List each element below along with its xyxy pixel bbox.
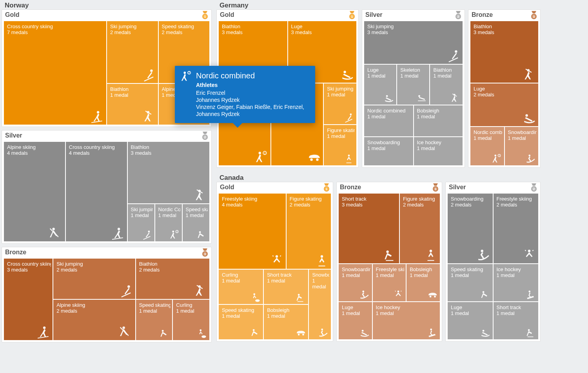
tile-medals: 2 medals (56, 308, 133, 314)
tile[interactable]: Speed skating1 medal (136, 299, 173, 340)
tile[interactable]: Snowboarding1 medal (505, 127, 539, 166)
tile[interactable]: Biathlon2 medals (136, 258, 210, 299)
tile[interactable]: Bobsleigh1 medal (263, 304, 309, 340)
norway-silver[interactable]: Silver Alpine skiing4 medals Cross count… (2, 130, 212, 244)
tile-medals: 1 medal (222, 313, 261, 319)
short-track-icon (296, 292, 306, 302)
tile-medals: 1 medal (186, 212, 208, 218)
norway-bronze[interactable]: Bronze Cross country skiing3 medals Ski … (2, 247, 212, 342)
biathlon-icon (194, 284, 207, 297)
tile-sport: Bobsleigh (267, 307, 307, 313)
tile[interactable]: Short track3 medals (338, 193, 399, 264)
tile-sport: Snowboarding (342, 266, 370, 272)
tile[interactable]: Nordic combined1 medal (470, 127, 505, 166)
bobsleigh-icon (296, 328, 306, 338)
tile-sport: Nordic Comb. (158, 206, 180, 212)
ski-jumping-icon (344, 112, 354, 123)
tile-sport: Short track (267, 272, 307, 278)
tile[interactable]: Freestyle skiing4 medals (218, 193, 286, 269)
tile[interactable]: Snowboarding1 medal (309, 269, 331, 340)
tile-medals: 1 medal (451, 272, 491, 278)
bronze-medal-icon (432, 183, 439, 192)
tile-sport: Snowboarding (451, 196, 491, 202)
tile[interactable]: Cross country skiing3 medals (4, 258, 53, 340)
tile-sport: Ice hockey (417, 139, 461, 145)
medal-label: Silver (5, 132, 22, 139)
tile[interactable]: Biathlon3 medals (127, 141, 210, 204)
tile[interactable]: Biathlon1 medal (107, 83, 158, 125)
biathlon-icon (194, 188, 207, 202)
tile[interactable]: Freestyle skiing1 medal (372, 264, 407, 302)
tile-sport: Speed skating (222, 307, 261, 313)
tile[interactable]: Biathlon3 medals (470, 21, 539, 83)
tile-medals: 3 medals (474, 29, 537, 35)
tile-medals: 7 medals (7, 29, 105, 35)
canada-silver[interactable]: Silver Snowboarding2 medals Freestyle sk… (445, 182, 541, 342)
tile[interactable]: Snowboarding2 medals (447, 193, 493, 264)
tile-sport: Snowboarding (367, 139, 412, 145)
tile[interactable]: Ice hockey1 medal (414, 137, 463, 166)
luge-icon (480, 328, 490, 338)
tile-medals: 2 medals (403, 202, 438, 208)
tile[interactable]: Luge2 medals (470, 83, 539, 127)
tile[interactable]: Ice hockey1 medal (372, 302, 440, 340)
tile[interactable]: Luge1 medal (364, 64, 397, 105)
tile-medals: 1 medal (312, 278, 329, 290)
medal-label: Gold (5, 11, 19, 18)
tile[interactable]: Skeleton1 medal (397, 64, 430, 105)
germany-silver[interactable]: Silver Ski jumping3 medals Luge1 medal S… (362, 9, 465, 168)
tile[interactable]: Ski jumping2 medals (107, 21, 158, 83)
tile-medals: 1 medal (417, 114, 461, 120)
tile[interactable]: Ski jumping1 medal (323, 83, 357, 124)
tile-sport: Speed skating (139, 302, 171, 308)
ice-hockey-icon (427, 328, 437, 338)
tile[interactable]: Figure skating2 medals (286, 193, 331, 269)
tile[interactable]: Alpine skiing4 medals (4, 141, 65, 242)
tile[interactable]: Short track1 medal (263, 269, 309, 304)
canada-gold[interactable]: Gold Freestyle skiing4 medals Figure ska… (216, 182, 333, 342)
tile[interactable]: Nordic combined1 medal (364, 105, 414, 137)
tile[interactable]: Ski jumping2 medals (53, 258, 135, 299)
nordic-combined-icon (255, 150, 268, 164)
tile[interactable]: Figure skating1 medal (323, 125, 357, 166)
tile[interactable]: Ice hockey1 medal (493, 264, 539, 302)
tile[interactable]: Short track1 medal (493, 302, 539, 340)
tile[interactable]: Curling1 medal (218, 269, 263, 304)
short-track-icon (383, 248, 397, 262)
cross-country-skiing-icon (37, 325, 50, 339)
tile[interactable]: Cross country skiing4 medals (65, 141, 127, 242)
tile[interactable]: Speed skating1 medal (218, 304, 263, 340)
germany-bronze[interactable]: Bronze Biathlon3 medals Luge2 medals Nor… (468, 9, 541, 168)
skeleton-icon (417, 93, 427, 103)
tile[interactable]: Luge1 medal (447, 302, 493, 340)
tile[interactable]: Bobsleigh1 medal (414, 105, 463, 137)
canada-bronze[interactable]: Bronze Short track3 medals Figure skatin… (336, 182, 442, 342)
tile[interactable]: Figure skating2 medals (399, 193, 440, 264)
tile-sport: Bobsleigh (410, 266, 438, 272)
figure-skating-icon (344, 154, 354, 164)
tile-sport: Figure skating (290, 196, 329, 202)
tile[interactable]: Speed skating1 medal (447, 264, 493, 302)
tile[interactable]: Alpine skiing2 medals (53, 299, 135, 340)
tile-medals: 2 medals (451, 202, 491, 208)
tile[interactable]: Bobsleigh1 medal (406, 264, 440, 302)
tile-medals: 4 medals (7, 150, 64, 156)
tile[interactable]: Nordic Comb.1 medal (155, 204, 182, 242)
short-track-icon (526, 328, 536, 338)
tile[interactable]: Freestyle skiing2 medals (493, 193, 539, 264)
tile[interactable]: Ski jumping3 medals (364, 21, 463, 64)
tile[interactable]: Ski jumping1 medal (127, 204, 155, 242)
cross-country-skiing-icon (91, 110, 104, 123)
tile[interactable]: Snowboarding1 medal (338, 264, 372, 302)
biathlon-icon (450, 93, 460, 103)
tile-sport: Biathlon (131, 144, 208, 150)
silver-medal-icon (454, 11, 462, 20)
tile[interactable]: Snowboarding1 medal (364, 137, 414, 166)
tile[interactable]: Luge1 medal (338, 302, 372, 340)
tile[interactable]: Curling1 medal (172, 299, 210, 340)
tile[interactable]: Speed skating1 medal (182, 204, 210, 242)
tile[interactable]: Cross country skiing7 medals (4, 21, 107, 125)
tile[interactable]: Biathlon1 medal (430, 64, 463, 105)
treemap-root: Norway Gold Cross country skiing7 medals… (0, 0, 588, 373)
tile-medals: 1 medal (327, 133, 355, 139)
